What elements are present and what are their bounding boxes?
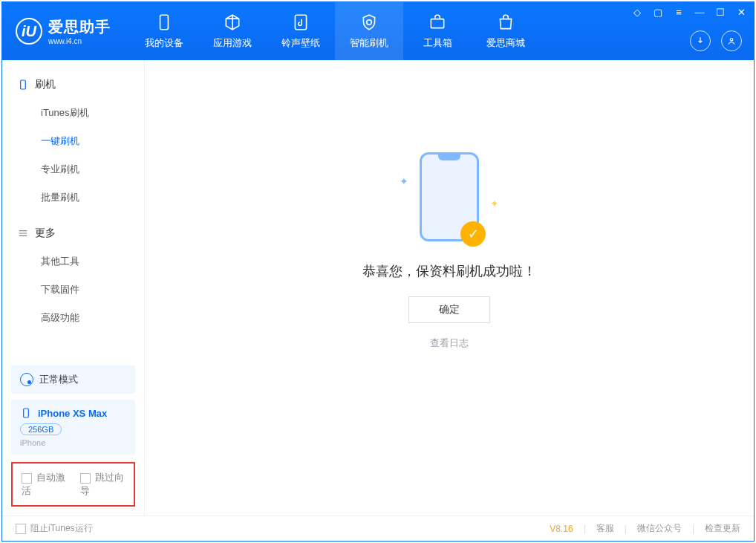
refresh-shield-icon [359, 13, 379, 32]
confirm-button[interactable]: 确定 [408, 296, 490, 323]
check-update-link[interactable]: 检查更新 [705, 522, 740, 535]
header-actions [690, 30, 742, 51]
skin-icon[interactable]: ◇ [632, 7, 642, 17]
statusbar: 阻止iTunes运行 V8.16 | 客服 | 微信公众号 | 检查更新 [2, 516, 754, 541]
app-url: www.i4.cn [48, 37, 111, 45]
sidebar-item-other-tools[interactable]: 其他工具 [2, 247, 144, 276]
nav-label: 铃声壁纸 [281, 36, 320, 50]
feedback-icon[interactable]: ▢ [653, 7, 663, 17]
app-window: iU 爱思助手 www.i4.cn 我的设备 应用游戏 铃声壁纸 智能刷机 [1, 1, 755, 542]
device-card[interactable]: iPhone XS Max 256GB iPhone [11, 400, 135, 455]
nav-label: 智能刷机 [350, 36, 388, 50]
sidebar-item-batch-flash[interactable]: 批量刷机 [2, 183, 144, 212]
sidebar-group-more: 更多 [2, 219, 144, 247]
sparkle-icon: ✦ [490, 198, 499, 209]
nav-label: 工具箱 [423, 36, 452, 50]
main-content: ✦ ✦ ✓ 恭喜您，保资料刷机成功啦！ 确定 查看日志 [145, 60, 754, 516]
svg-rect-0 [160, 15, 169, 30]
mode-label: 正常模式 [39, 373, 78, 386]
checkbox-auto-activate[interactable]: 自动激活 [22, 471, 67, 498]
sidebar-item-itunes-flash[interactable]: iTunes刷机 [2, 99, 144, 127]
window-controls: ◇ ▢ ≡ — ☐ ✕ [632, 7, 746, 17]
phone-success-illustration: ✦ ✦ ✓ [420, 152, 479, 241]
view-logs-link[interactable]: 查看日志 [362, 336, 536, 350]
main-nav: 我的设备 应用游戏 铃声壁纸 智能刷机 工具箱 爱思商城 [130, 2, 540, 60]
phone-icon [17, 79, 29, 91]
sidebar-item-download-firmware[interactable]: 下载固件 [2, 276, 144, 304]
success-panel: ✦ ✦ ✓ 恭喜您，保资料刷机成功啦！ 确定 查看日志 [362, 152, 536, 350]
nav-label: 应用游戏 [213, 36, 252, 50]
music-file-icon [291, 13, 310, 32]
group-label: 更多 [35, 227, 56, 240]
sidebar-group-flash: 刷机 [2, 71, 144, 99]
app-title: 爱思助手 [48, 17, 111, 37]
titlebar: iU 爱思助手 www.i4.cn 我的设备 应用游戏 铃声壁纸 智能刷机 [2, 2, 754, 60]
nav-ringtone-wallpaper[interactable]: 铃声壁纸 [267, 2, 335, 60]
nav-smart-flash[interactable]: 智能刷机 [335, 2, 403, 60]
bag-icon [496, 13, 515, 32]
sparkle-icon: ✦ [400, 175, 408, 187]
device-type: iPhone [20, 438, 126, 447]
nav-label: 我的设备 [145, 36, 183, 50]
logo-icon: iU [16, 18, 42, 45]
svg-point-3 [730, 39, 733, 42]
mode-icon [20, 373, 33, 386]
sidebar: 刷机 iTunes刷机 一键刷机 专业刷机 批量刷机 更多 其他工具 下载固件 … [2, 60, 145, 516]
nav-my-device[interactable]: 我的设备 [130, 2, 198, 60]
svg-rect-5 [24, 409, 29, 417]
svg-rect-1 [295, 15, 306, 30]
wechat-link[interactable]: 微信公众号 [637, 522, 682, 535]
nav-store[interactable]: 爱思商城 [472, 2, 540, 60]
app-logo: iU 爱思助手 www.i4.cn [2, 17, 124, 45]
nav-toolbox[interactable]: 工具箱 [403, 2, 472, 60]
nav-apps-games[interactable]: 应用游戏 [198, 2, 267, 60]
minimize-button[interactable]: — [694, 7, 705, 17]
version-label: V8.16 [550, 524, 573, 534]
svg-rect-2 [431, 19, 443, 28]
body: 刷机 iTunes刷机 一键刷机 专业刷机 批量刷机 更多 其他工具 下载固件 … [2, 60, 754, 516]
device-capacity: 256GB [20, 423, 62, 435]
success-message: 恭喜您，保资料刷机成功啦！ [362, 262, 536, 280]
svg-rect-4 [21, 80, 26, 89]
mode-card[interactable]: 正常模式 [11, 365, 135, 394]
nav-label: 爱思商城 [486, 36, 525, 50]
sidebar-item-pro-flash[interactable]: 专业刷机 [2, 155, 144, 183]
sidebar-item-oneclick-flash[interactable]: 一键刷机 [2, 127, 144, 155]
cube-icon [223, 13, 242, 32]
maximize-button[interactable]: ☐ [715, 7, 726, 17]
flash-options-highlight: 自动激活 跳过向导 [11, 462, 135, 507]
device-name: iPhone XS Max [38, 408, 107, 419]
phone-icon [20, 407, 32, 419]
checkbox-skip-guide[interactable]: 跳过向导 [80, 471, 126, 498]
menu-icon[interactable]: ≡ [674, 7, 684, 17]
checkbox-block-itunes[interactable]: 阻止iTunes运行 [16, 522, 93, 535]
close-button[interactable]: ✕ [736, 7, 746, 17]
check-badge-icon: ✓ [460, 221, 486, 247]
account-button[interactable] [721, 30, 742, 51]
sidebar-item-advanced[interactable]: 高级功能 [2, 304, 144, 332]
list-icon [17, 227, 29, 239]
group-label: 刷机 [35, 78, 56, 91]
phone-icon [154, 13, 174, 32]
service-link[interactable]: 客服 [596, 522, 614, 535]
toolbox-icon [428, 13, 447, 32]
download-button[interactable] [690, 30, 711, 51]
